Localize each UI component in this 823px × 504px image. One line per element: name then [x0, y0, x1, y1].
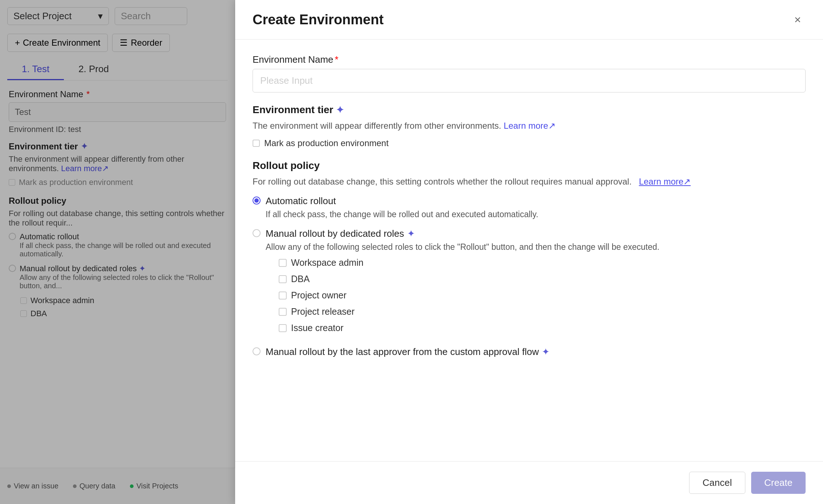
last-approver-radio[interactable] [253, 347, 261, 355]
project-owner-checkbox[interactable] [279, 292, 287, 299]
last-approver-option[interactable]: Manual rollout by the last approver from… [253, 346, 806, 359]
rollout-policy-title: Rollout policy [253, 160, 806, 172]
manual-rollout-option[interactable]: Manual rollout by dedicated roles ✦ Allo… [253, 228, 806, 339]
env-tier-desc: The environment will appear differently … [253, 119, 806, 132]
mark-prod-row[interactable]: Mark as production environment [253, 138, 806, 148]
role-workspace-admin[interactable]: Workspace admin [279, 257, 659, 268]
env-name-input[interactable] [253, 69, 806, 92]
manual-rollout-label: Manual rollout by dedicated roles ✦ [266, 228, 659, 239]
sparkle-last-approver-icon: ✦ [542, 346, 550, 358]
roles-list: Workspace admin DBA Project owner P [266, 257, 659, 333]
rollout-policy-desc: For rolling out database change, this se… [253, 175, 806, 188]
role-project-owner[interactable]: Project owner [279, 290, 659, 301]
modal-header: Create Environment × [235, 0, 823, 40]
rollout-policy-section: Rollout policy For rolling out database … [253, 160, 806, 359]
auto-rollout-content: Automatic rollout If all check pass, the… [266, 195, 538, 221]
env-tier-heading: Environment tier ✦ [253, 104, 806, 116]
issue-creator-checkbox[interactable] [279, 324, 287, 332]
modal-body: Environment Name * Environment tier ✦ Th… [235, 40, 823, 461]
env-name-group: Environment Name * [253, 54, 806, 92]
project-releaser-checkbox[interactable] [279, 308, 287, 316]
sparkle-manual-icon: ✦ [407, 228, 415, 239]
auto-rollout-option[interactable]: Automatic rollout If all check pass, the… [253, 195, 806, 221]
last-approver-label: Manual rollout by the last approver from… [266, 346, 550, 358]
modal-footer: Cancel Create [235, 461, 823, 504]
role-dba[interactable]: DBA [279, 274, 659, 284]
sparkle-tier-icon: ✦ [336, 104, 344, 116]
create-environment-modal: Create Environment × Environment Name * … [235, 0, 823, 504]
manual-rollout-content: Manual rollout by dedicated roles ✦ Allo… [266, 228, 659, 339]
close-modal-button[interactable]: × [790, 12, 806, 28]
auto-rollout-radio[interactable] [253, 197, 261, 205]
workspace-admin-checkbox[interactable] [279, 259, 287, 267]
env-name-label: Environment Name * [253, 54, 806, 65]
rollout-learn-more-link[interactable]: Learn more↗ [639, 177, 691, 186]
create-button[interactable]: Create [751, 472, 806, 494]
manual-rollout-radio[interactable] [253, 229, 261, 237]
last-approver-content: Manual rollout by the last approver from… [266, 346, 550, 359]
env-tier-learn-more-link[interactable]: Learn more↗ [504, 121, 556, 131]
role-project-releaser[interactable]: Project releaser [279, 306, 659, 317]
mark-prod-checkbox[interactable] [253, 140, 260, 147]
cancel-button[interactable]: Cancel [689, 472, 745, 494]
modal-title: Create Environment [253, 12, 384, 28]
env-tier-group: Environment tier ✦ The environment will … [253, 104, 806, 148]
role-issue-creator[interactable]: Issue creator [279, 323, 659, 333]
dba-checkbox[interactable] [279, 275, 287, 283]
